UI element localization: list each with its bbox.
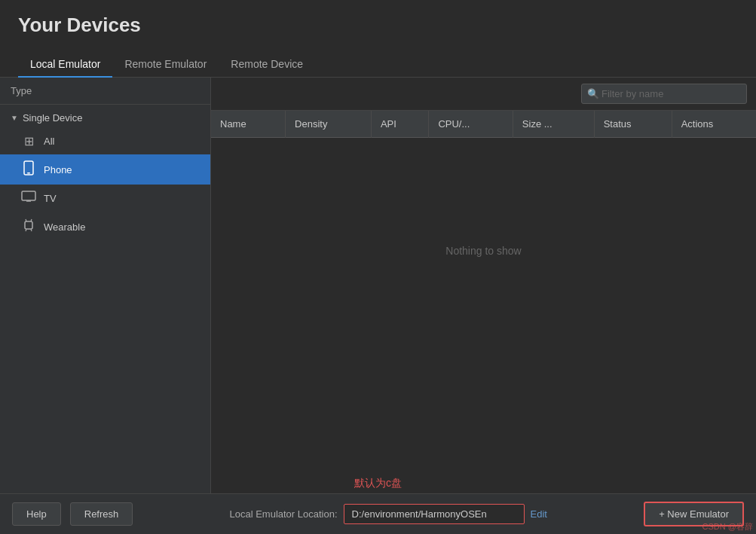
col-cpu: CPU/...	[429, 111, 513, 138]
sidebar-item-phone[interactable]: Phone	[0, 154, 210, 185]
location-label: Local Emulator Location:	[229, 508, 337, 520]
sidebar: Type ▼ Single Device ⊞ All Phone	[0, 78, 211, 493]
sidebar-item-all[interactable]: ⊞ All	[0, 128, 210, 154]
tab-local-emulator[interactable]: Local Emulator	[18, 52, 112, 78]
table-toolbar: 🔍	[211, 78, 756, 111]
svg-rect-1	[27, 172, 30, 174]
col-density: Density	[286, 111, 372, 138]
chevron-icon: ▼	[11, 114, 18, 122]
col-size: Size ...	[513, 111, 594, 138]
refresh-button[interactable]: Refresh	[70, 502, 133, 526]
svg-rect-2	[22, 191, 35, 200]
main-content: Type ▼ Single Device ⊞ All Phone	[0, 78, 756, 493]
header: Your Devices	[0, 0, 756, 52]
col-name: Name	[211, 111, 286, 138]
right-panel: 🔍 Name Density API CPU/... Size ... Stat…	[211, 78, 756, 493]
search-icon: 🔍	[587, 88, 599, 99]
sidebar-item-wearable[interactable]: Wearable	[0, 212, 210, 242]
empty-state: Nothing to show	[211, 138, 756, 364]
devices-table: Name Density API CPU/... Size ... Status…	[211, 111, 756, 138]
csdn-watermark: CSDN @容辞	[702, 521, 753, 532]
table-container: Name Density API CPU/... Size ... Status…	[211, 111, 756, 493]
svg-rect-5	[25, 221, 32, 229]
sidebar-type-header: Type	[0, 78, 210, 105]
filter-input[interactable]	[581, 84, 747, 104]
col-status: Status	[594, 111, 672, 138]
tab-remote-device[interactable]: Remote Device	[219, 52, 315, 78]
sidebar-item-phone-label: Phone	[44, 164, 72, 175]
tabs-bar: Local Emulator Remote Emulator Remote De…	[0, 52, 756, 78]
wearable-icon	[21, 218, 36, 236]
emulator-location-wrapper: Local Emulator Location: Edit	[142, 504, 635, 524]
edit-link[interactable]: Edit	[531, 508, 547, 520]
sidebar-item-all-label: All	[44, 136, 54, 147]
tv-icon	[21, 191, 36, 206]
help-button[interactable]: Help	[12, 502, 61, 526]
sidebar-section-single-device[interactable]: ▼ Single Device	[0, 105, 210, 128]
sidebar-item-tv[interactable]: TV	[0, 185, 210, 212]
emulator-location-input[interactable]	[344, 504, 525, 524]
col-api: API	[371, 111, 429, 138]
all-icon: ⊞	[21, 134, 36, 148]
filter-wrapper: 🔍	[581, 84, 747, 104]
page-title: Your Devices	[18, 14, 738, 37]
sidebar-item-tv-label: TV	[44, 193, 57, 204]
sidebar-section-label: Single Device	[23, 112, 83, 124]
tab-remote-emulator[interactable]: Remote Emulator	[112, 52, 219, 78]
sidebar-item-wearable-label: Wearable	[44, 221, 85, 233]
phone-icon	[21, 160, 36, 179]
col-actions: Actions	[672, 111, 756, 138]
bottom-bar: Help Refresh Local Emulator Location: Ed…	[0, 493, 756, 534]
